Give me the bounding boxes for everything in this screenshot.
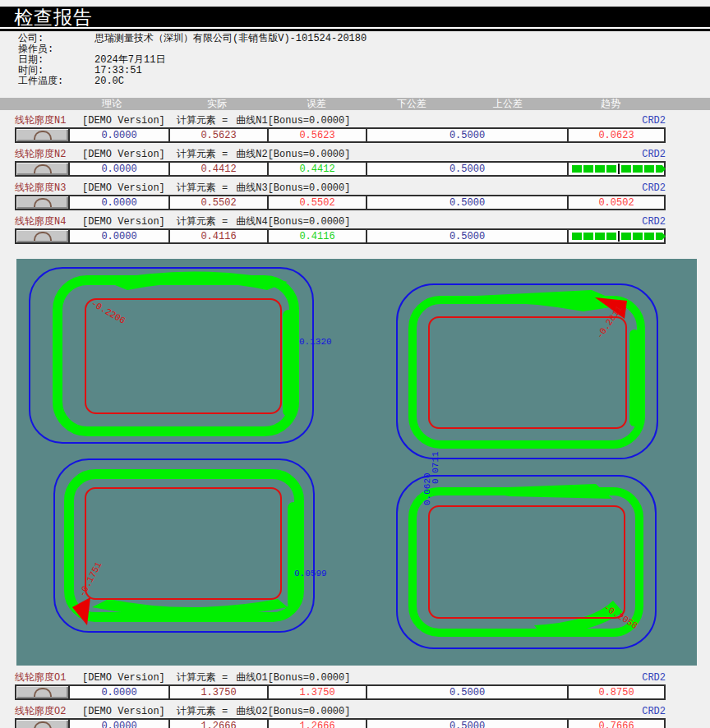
theory-cell: 0.0000 bbox=[68, 686, 168, 698]
profile-graph-svg: -0.2206 0.1320 -0.2811 0.0711 bbox=[16, 259, 697, 666]
date-value: 2024年7月11日 bbox=[95, 54, 165, 66]
calc-element-value: 曲线N2[Bonus=0.0000] bbox=[236, 149, 350, 161]
outer-tolerance-outline bbox=[397, 476, 656, 648]
measurement-row-o1: 线轮廓度O1 [DEMO Version] 计算元素 = 曲线O1[Bonus=… bbox=[15, 672, 666, 700]
page-title: 检查报告 bbox=[0, 7, 93, 29]
tolerance-cell: 0.5000 bbox=[366, 720, 567, 728]
feature-name: 线轮廓度N3 bbox=[15, 182, 82, 195]
calc-element-label: 计算元素 = bbox=[177, 706, 228, 718]
calc-element-value: 曲线N1[Bonus=0.0000] bbox=[236, 115, 350, 127]
actual-cell: 0.4412 bbox=[168, 163, 267, 175]
actual-cell: 0.5502 bbox=[168, 196, 267, 209]
info-temperature: 工件温度:20.0C bbox=[18, 76, 710, 87]
nominal-outline bbox=[85, 488, 281, 599]
nominal-outline bbox=[429, 506, 625, 618]
calc-element-label: 计算元素 = bbox=[177, 149, 228, 161]
profile-graph-button[interactable] bbox=[16, 686, 68, 698]
demo-version-tag: [DEMO Version] bbox=[82, 115, 165, 127]
min-deviation-label: -0.1751 bbox=[77, 560, 104, 599]
profile-graph-button[interactable] bbox=[16, 720, 68, 728]
inspection-report-page: 检查报告 公司:思瑞测量技术（深圳）有限公司(非销售版V)-101524-201… bbox=[0, 7, 710, 728]
error-cell: 1.2666 bbox=[267, 720, 366, 728]
theory-cell: 0.0000 bbox=[68, 196, 168, 209]
deviation-band bbox=[69, 474, 299, 617]
profile-graph-button[interactable] bbox=[16, 129, 68, 141]
measurement-row-n2: 线轮廓度N2 [DEMO Version] 计算元素 = 曲线N2[Bonus=… bbox=[15, 149, 666, 177]
error-cell: 1.3750 bbox=[267, 686, 366, 698]
measurement-row-o2: 线轮廓度O2 [DEMO Version] 计算元素 = 曲线O2[Bonus=… bbox=[15, 706, 666, 728]
bottom-measurement-table: 线轮廓度O1 [DEMO Version] 计算元素 = 曲线O1[Bonus=… bbox=[0, 672, 710, 728]
report-title-bar: 检查报告 bbox=[0, 7, 710, 31]
coord-system-code: CRD2 bbox=[642, 706, 666, 718]
feature-name: 线轮廓度O1 bbox=[15, 672, 82, 684]
deviation-band-bulge bbox=[464, 484, 612, 499]
theory-cell: 0.0000 bbox=[68, 720, 168, 728]
demo-version-tag: [DEMO Version] bbox=[82, 216, 165, 228]
coord-system-code: CRD2 bbox=[642, 672, 666, 684]
column-header-bar: 理论 实际 误差 下公差 上公差 趋势 bbox=[0, 98, 710, 110]
info-company: 公司:思瑞测量技术（深圳）有限公司(非销售版V)-101524-20180 bbox=[18, 34, 710, 44]
trend-cell: 0.0623 bbox=[567, 129, 664, 141]
theory-cell: 0.0000 bbox=[68, 163, 168, 175]
error-cell: 0.5502 bbox=[267, 196, 366, 209]
column-upper-tol: 上公差 bbox=[493, 99, 523, 110]
calc-element-value: 曲线N3[Bonus=0.0000] bbox=[236, 182, 350, 195]
tolerance-cell: 0.5000 bbox=[366, 686, 567, 698]
actual-cell: 1.3750 bbox=[168, 686, 267, 698]
profile-panel-bottom-left: -0.1751 0.0599 bbox=[54, 459, 327, 632]
top-measurement-table: 线轮廓度N1 [DEMO Version] 计算元素 = 曲线N1[Bonus=… bbox=[0, 115, 710, 244]
theory-cell: 0.0000 bbox=[68, 230, 168, 242]
error-cell: 0.4412 bbox=[267, 163, 366, 175]
trend-bar bbox=[572, 164, 661, 174]
trend-cell bbox=[567, 230, 664, 242]
actual-cell: 1.2666 bbox=[168, 720, 267, 728]
arc-icon bbox=[34, 232, 52, 241]
arc-icon bbox=[34, 164, 52, 173]
profile-graph-button[interactable] bbox=[16, 230, 68, 242]
temperature-value: 20.0C bbox=[95, 76, 124, 87]
demo-version-tag: [DEMO Version] bbox=[82, 672, 165, 684]
feature-name: 线轮廓度N4 bbox=[15, 216, 82, 228]
demo-version-tag: [DEMO Version] bbox=[82, 149, 165, 161]
temperature-label: 工件温度: bbox=[18, 76, 95, 87]
trend-cell bbox=[567, 163, 664, 175]
profile-deviation-graph: -0.2206 0.1320 -0.2811 0.0711 bbox=[16, 259, 697, 666]
arc-icon bbox=[34, 131, 52, 140]
column-lower-tol: 下公差 bbox=[397, 99, 426, 110]
profile-graph-button[interactable] bbox=[16, 163, 68, 175]
measurement-row-n1: 线轮廓度N1 [DEMO Version] 计算元素 = 曲线N1[Bonus=… bbox=[15, 115, 666, 143]
min-deviation-label: -0.2811 bbox=[595, 304, 625, 341]
column-trend: 趋势 bbox=[601, 99, 620, 110]
arc-icon bbox=[34, 721, 52, 728]
tolerance-cell: 0.5000 bbox=[366, 129, 567, 141]
max-deviation-label: 0.1320 bbox=[299, 337, 332, 347]
column-theory: 理论 bbox=[102, 99, 122, 110]
deviation-band-bulge bbox=[283, 310, 295, 417]
actual-cell: 0.5623 bbox=[168, 129, 267, 141]
arc-icon bbox=[34, 198, 52, 207]
deviation-band-bulge bbox=[629, 329, 639, 426]
profile-panel-top-right: -0.2811 0.0711 bbox=[397, 284, 657, 484]
error-cell: 0.4116 bbox=[267, 230, 366, 242]
calc-element-value: 曲线O1[Bonus=0.0000] bbox=[236, 672, 350, 684]
trend-bar bbox=[572, 231, 661, 242]
trend-cell: 0.8750 bbox=[567, 686, 664, 698]
calc-element-label: 计算元素 = bbox=[177, 182, 228, 195]
company-value: 思瑞测量技术（深圳）有限公司(非销售版V)-101524-20180 bbox=[95, 33, 367, 44]
column-error: 误差 bbox=[307, 99, 326, 110]
trend-cell: 0.0502 bbox=[567, 196, 664, 209]
report-info-block: 公司:思瑞测量技术（深圳）有限公司(非销售版V)-101524-20180 操作… bbox=[0, 31, 710, 87]
profile-graph-button[interactable] bbox=[16, 196, 68, 209]
measurement-row-n3: 线轮廓度N3 [DEMO Version] 计算元素 = 曲线N3[Bonus=… bbox=[15, 182, 666, 210]
demo-version-tag: [DEMO Version] bbox=[82, 182, 165, 195]
feature-name: 线轮廓度N1 bbox=[15, 115, 82, 127]
error-cell: 0.5623 bbox=[267, 129, 366, 141]
profile-panel-bottom-right: -0.2058 0.0620 bbox=[397, 472, 656, 648]
outer-tolerance-outline bbox=[30, 268, 313, 443]
deviation-band-bulge bbox=[288, 502, 299, 609]
trend-cell: 0.7666 bbox=[567, 720, 664, 728]
calc-element-value: 曲线O2[Bonus=0.0000] bbox=[236, 706, 350, 718]
arc-icon bbox=[34, 688, 52, 697]
coord-system-code: CRD2 bbox=[642, 216, 666, 228]
min-deviation-label: -0.2206 bbox=[90, 298, 127, 326]
